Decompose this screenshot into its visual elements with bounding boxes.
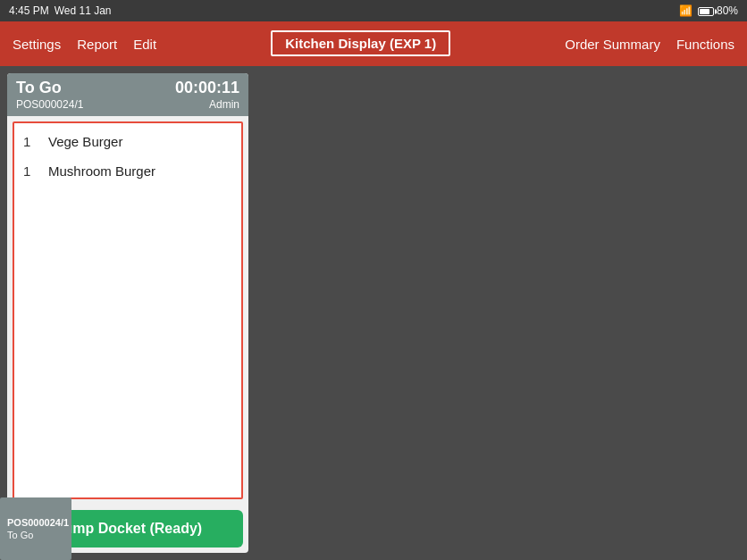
right-nav: Order Summary Functions — [565, 37, 734, 52]
order-type: To Go — [16, 79, 83, 97]
edit-nav-item[interactable]: Edit — [133, 37, 156, 52]
settings-nav-item[interactable]: Settings — [13, 37, 61, 52]
order-timer: 00:00:11 — [175, 79, 239, 97]
order-summary-nav-item[interactable]: Order Summary — [565, 37, 660, 52]
docket-card: To Go POS000024/1 00:00:11 Admin 1 Vege … — [7, 73, 248, 553]
page-title: Kitchen Display (EXP 1) — [156, 36, 565, 52]
thumbnail-card[interactable]: POS000024/1 To Go — [0, 497, 71, 560]
item-name: Mushroom Burger — [48, 163, 155, 179]
staff-name: Admin — [175, 98, 239, 111]
battery-display: 80% — [698, 4, 738, 17]
list-item: 1 Vege Burger — [14, 127, 241, 156]
thumbnail-order-id: POS000024/1 — [7, 517, 69, 528]
left-nav: Settings Report Edit — [13, 37, 156, 52]
list-item: 1 Mushroom Burger — [14, 156, 241, 186]
wifi-icon: 📶 — [679, 4, 692, 17]
functions-nav-item[interactable]: Functions — [676, 37, 734, 52]
order-id: POS000024/1 — [16, 98, 83, 111]
order-items-list: 1 Vege Burger 1 Mushroom Burger — [13, 121, 243, 499]
docket-header-left: To Go POS000024/1 — [16, 79, 83, 111]
docket-header-right: 00:00:11 Admin — [175, 79, 239, 111]
main-content: To Go POS000024/1 00:00:11 Admin 1 Vege … — [0, 66, 747, 560]
thumbnail-bar: POS000024/1 To Go — [0, 497, 71, 560]
time-display: 4:45 PM — [9, 4, 49, 17]
status-bar: 4:45 PM Wed 11 Jan 📶 80% — [0, 0, 747, 21]
thumbnail-order-type: To Go — [7, 530, 33, 540]
report-nav-item[interactable]: Report — [77, 37, 117, 52]
date-display: Wed 11 Jan — [55, 4, 112, 17]
item-qty: 1 — [23, 134, 41, 149]
item-name: Vege Burger — [48, 134, 122, 149]
top-nav-bar: Settings Report Edit Kitchen Display (EX… — [0, 21, 747, 66]
item-qty: 1 — [23, 163, 41, 179]
docket-header: To Go POS000024/1 00:00:11 Admin — [7, 73, 248, 116]
